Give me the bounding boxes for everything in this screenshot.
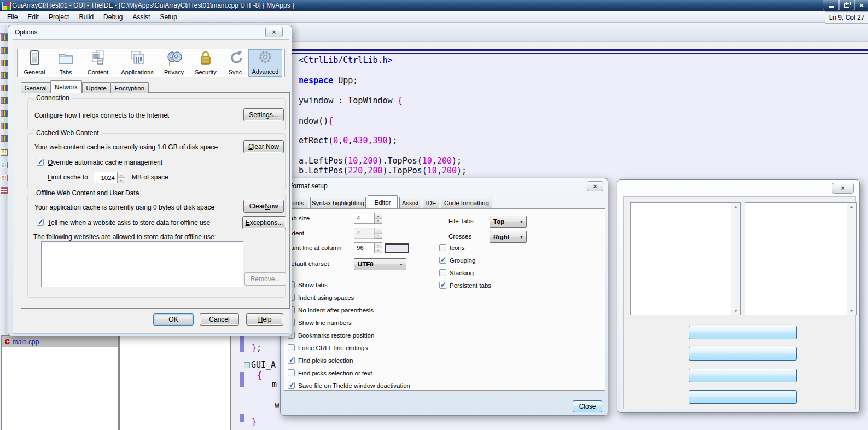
app-button-1[interactable] (689, 326, 797, 339)
package-icon[interactable] (1, 60, 8, 66)
menu-item-setup[interactable]: Setup (155, 12, 182, 22)
exceptions-button[interactable]: Exceptions... (242, 216, 286, 229)
app-button-4[interactable] (689, 390, 797, 404)
crosses-label: Crosses (448, 233, 471, 240)
paint-line-spinner[interactable]: 96 ▲▼ (354, 242, 382, 253)
grid-red-icon[interactable] (1, 175, 8, 181)
format-tab-ide[interactable]: IDE (423, 197, 439, 208)
menu-item-build[interactable]: Build (74, 12, 98, 22)
app-client-area: ▲▼ ▲▼ (623, 196, 856, 409)
menu-item-edit[interactable]: Edit (22, 12, 44, 22)
override-cache-checkbox[interactable] (37, 159, 44, 166)
array-ctrl-right[interactable]: ▲▼ (745, 202, 857, 315)
grid-cyan-icon[interactable] (1, 162, 8, 168)
menu-item-file[interactable]: File (2, 12, 22, 22)
file-link[interactable]: main.cpp (13, 338, 39, 346)
array-ctrl-left[interactable]: ▲▼ (630, 202, 741, 315)
file-tabs-dropdown[interactable]: Top (490, 216, 527, 228)
format-tab-editor[interactable]: Editor (368, 195, 398, 208)
cancel-button[interactable]: Cancel (200, 313, 239, 326)
format-tab-code-formatting[interactable]: Code formatting (441, 197, 492, 208)
offline-list-label: The following websites are allowed to st… (33, 233, 216, 241)
package-icon[interactable] (1, 47, 8, 54)
cache-limit-value[interactable]: 1024 (94, 172, 118, 183)
cache-limit-spinner[interactable]: 1024 ▲▼ (94, 172, 125, 183)
category-general[interactable]: General (18, 49, 51, 77)
package-icon[interactable] (1, 123, 8, 129)
remove-button[interactable]: Remove... (244, 272, 286, 286)
close-icon[interactable]: × (832, 183, 854, 194)
format-tab-assist[interactable]: Assist (399, 197, 421, 208)
paint-line-value[interactable]: 96 (354, 242, 375, 253)
menu-item-project[interactable]: Project (44, 12, 74, 22)
file-list-panel: C main.cpp (1, 335, 119, 430)
app-button-2[interactable] (689, 347, 797, 361)
scrollbar[interactable]: ▲▼ (847, 203, 856, 315)
empty-panel[interactable] (119, 335, 231, 430)
package-icon[interactable] (1, 34, 8, 41)
tab-size-spinner[interactable]: 4 ▲▼ (354, 213, 382, 224)
file-list-selected-row[interactable]: C main.cpp (2, 336, 118, 347)
help-button[interactable]: Help (246, 313, 283, 326)
checkbox-find-picks-selection-or-text[interactable] (288, 369, 295, 376)
category-bar: GeneralTabsContentApplicationsPrivacySec… (17, 49, 285, 77)
scroll-down-icon[interactable]: ▼ (850, 309, 854, 313)
tell-me-checkbox[interactable] (37, 219, 44, 226)
category-privacy[interactable]: Privacy (159, 49, 189, 77)
settings-button[interactable]: Settings... (243, 108, 284, 121)
close-button[interactable]: × (854, 0, 868, 10)
tab-size-value[interactable]: 4 (354, 213, 375, 224)
checkbox-stacking[interactable] (439, 269, 446, 276)
spinner-buttons[interactable]: ▲▼ (118, 172, 125, 183)
restore-button[interactable] (838, 0, 855, 10)
options-tab-general[interactable]: General (21, 82, 50, 93)
options-tab-update[interactable]: Update (82, 82, 110, 93)
package-icon[interactable] (1, 72, 8, 79)
code-fold-icon[interactable] (244, 362, 250, 368)
clear-cache-button[interactable]: Clear Now (243, 140, 284, 153)
spinner-buttons[interactable]: ▲▼ (375, 242, 382, 253)
scrollbar[interactable]: ▲▼ (731, 203, 740, 315)
grid-yellow-icon[interactable] (1, 149, 8, 156)
close-dialog-button[interactable]: Close (573, 400, 602, 412)
options-tab-encryption[interactable]: Encryption (110, 82, 149, 93)
checkbox-force-crlf-line-endings[interactable] (288, 344, 295, 351)
offline-websites-list[interactable] (41, 241, 243, 287)
red-lines-icon[interactable] (1, 187, 8, 194)
close-icon[interactable]: × (587, 181, 603, 191)
checkbox-persistent-tabs[interactable] (439, 282, 446, 289)
category-tabs[interactable]: Tabs (51, 49, 80, 77)
package-icon[interactable] (1, 110, 8, 117)
checkbox-save-file-on-theide-window-deactivation[interactable] (288, 382, 295, 389)
category-advanced[interactable]: Advanced (248, 49, 282, 77)
menu-item-debug[interactable]: Debug (98, 12, 127, 22)
line-color-swatch[interactable] (385, 243, 409, 253)
package-icon[interactable] (1, 97, 8, 104)
app-button-3[interactable] (689, 369, 797, 382)
scroll-up-icon[interactable]: ▲ (850, 205, 854, 208)
group-legend: Offline Web Content and User Data (33, 189, 142, 197)
crosses-dropdown[interactable]: Right (490, 231, 527, 243)
category-sync[interactable]: Sync (222, 49, 248, 77)
menu-item-assist[interactable]: Assist (127, 12, 155, 22)
package-icon[interactable] (1, 135, 8, 142)
scroll-up-icon[interactable]: ▲ (734, 205, 738, 208)
checkbox-find-picks-selection[interactable] (288, 357, 295, 364)
category-content[interactable]: Content (80, 49, 116, 77)
category-applications[interactable]: Applications (116, 49, 159, 77)
checkbox-icons[interactable] (439, 244, 446, 251)
charset-dropdown[interactable]: UTF8 (354, 258, 406, 270)
format-tab-syntax-highlighting[interactable]: Syntax highlighting (310, 197, 366, 208)
clear-offline-button[interactable]: Clear Now (243, 200, 284, 213)
minimize-button[interactable] (823, 0, 840, 10)
scroll-down-icon[interactable]: ▼ (734, 309, 738, 313)
spinner-buttons[interactable]: ▲▼ (375, 213, 382, 224)
checkbox-grouping[interactable] (439, 257, 446, 264)
ok-button[interactable]: OK (153, 313, 194, 326)
edit-marker-bar (240, 336, 244, 352)
ide-titlebar[interactable]: GuiArrayCtrlTest01 - GUI - TheIDE - [C:\… (0, 0, 868, 11)
close-icon[interactable]: × (265, 27, 283, 37)
category-security[interactable]: Security (189, 49, 222, 77)
options-tab-network[interactable]: Network (50, 80, 82, 93)
package-icon[interactable] (1, 85, 8, 91)
